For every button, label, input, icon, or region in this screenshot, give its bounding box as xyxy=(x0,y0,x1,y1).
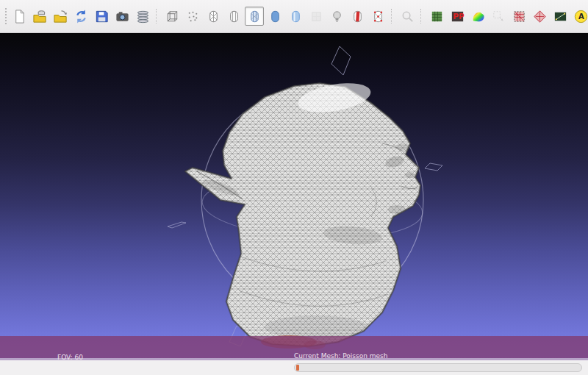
render-flat-lines-button[interactable] xyxy=(245,7,264,26)
save-mesh-button[interactable] xyxy=(92,7,111,26)
toolbar-separator xyxy=(391,9,394,24)
flat-icon xyxy=(268,9,283,24)
snapshot-icon xyxy=(115,9,130,24)
select-faces-button[interactable] xyxy=(427,7,446,26)
open-project-button[interactable] xyxy=(30,7,49,26)
reload-mesh-button[interactable] xyxy=(71,7,90,26)
import-mesh-button[interactable] xyxy=(51,7,70,26)
trackball-handle-left xyxy=(168,222,186,228)
pick-points-button[interactable]: PP xyxy=(448,7,467,26)
measuring-tool-button[interactable] xyxy=(551,7,570,26)
gl-viewport[interactable]: FOV: 60 FPS: 14.0 Current Mesh: Poisson … xyxy=(0,33,588,360)
light-toggle-button[interactable] xyxy=(327,7,346,26)
model-wireframe-head[interactable] xyxy=(185,79,420,349)
annotation-icon: A xyxy=(573,9,588,24)
select-connected-button[interactable] xyxy=(530,7,549,26)
toolbar-separator xyxy=(156,9,159,24)
svg-text:A: A xyxy=(578,12,584,21)
layers-icon xyxy=(135,9,151,24)
annotation-tool-button[interactable]: A xyxy=(571,7,588,26)
select-component-icon xyxy=(491,9,506,24)
open-project-icon xyxy=(32,9,48,24)
backface-icon xyxy=(350,9,365,24)
import-mesh-icon xyxy=(53,9,68,24)
select-connected-icon xyxy=(532,9,548,24)
measure-icon xyxy=(553,9,568,24)
mesh-render-canvas xyxy=(0,33,588,360)
render-texture-button xyxy=(306,7,326,26)
zoom-icon xyxy=(400,9,415,24)
select-rect-icon xyxy=(512,9,527,24)
select-faces-rect-button[interactable] xyxy=(509,7,528,26)
render-hidden-lines-button[interactable] xyxy=(224,7,243,26)
smooth-icon xyxy=(288,9,304,24)
show-vertices-button[interactable] xyxy=(368,7,387,26)
pick-points-icon: PP xyxy=(450,9,465,24)
points-icon xyxy=(185,9,201,24)
flat-lines-icon xyxy=(247,9,262,24)
show-vertices-icon xyxy=(370,9,386,24)
hidden-lines-icon xyxy=(226,9,242,24)
save-icon xyxy=(94,9,110,24)
current-mesh-label: Current Mesh: Poisson mesh xyxy=(294,352,388,360)
reload-icon xyxy=(74,9,89,24)
main-toolbar: PPAi » xyxy=(0,0,588,33)
hud-overlay-band: FOV: 60 FPS: 14.0 Current Mesh: Poisson … xyxy=(0,336,588,360)
select-faces-icon xyxy=(429,9,445,24)
render-smooth-button[interactable] xyxy=(286,7,305,26)
toolbar-separator xyxy=(420,9,423,24)
fov-fps-readout: FOV: 60 FPS: 14.0 xyxy=(57,338,93,375)
snapshot-button[interactable] xyxy=(112,7,132,26)
fov-readout: FOV: 60 xyxy=(57,354,93,362)
wireframe-icon xyxy=(206,9,221,24)
zoom-tool-button xyxy=(398,7,417,26)
render-flat-button[interactable] xyxy=(265,7,284,26)
toolbar-drag-handle[interactable] xyxy=(5,8,7,24)
render-points-button[interactable] xyxy=(183,7,202,26)
quality-mapper-button[interactable] xyxy=(468,7,487,26)
select-component-button xyxy=(489,7,508,26)
texture-icon xyxy=(309,9,324,24)
svg-text:PP: PP xyxy=(453,12,465,21)
bbox-icon xyxy=(165,9,180,24)
new-project-button[interactable] xyxy=(10,7,29,26)
light-icon xyxy=(329,9,345,24)
quality-mapper-icon xyxy=(470,9,486,24)
new-project-icon xyxy=(12,9,27,24)
render-bbox-button[interactable] xyxy=(162,7,182,26)
trackball-handle-right xyxy=(425,163,442,171)
backface-culling-button[interactable] xyxy=(348,7,367,26)
render-wireframe-button[interactable] xyxy=(204,7,223,26)
layer-dialog-button[interactable] xyxy=(133,7,152,26)
mesh-info-readout: Current Mesh: Poisson mesh Vertices: 206… xyxy=(294,337,388,375)
trackball-handle-top xyxy=(331,46,351,75)
